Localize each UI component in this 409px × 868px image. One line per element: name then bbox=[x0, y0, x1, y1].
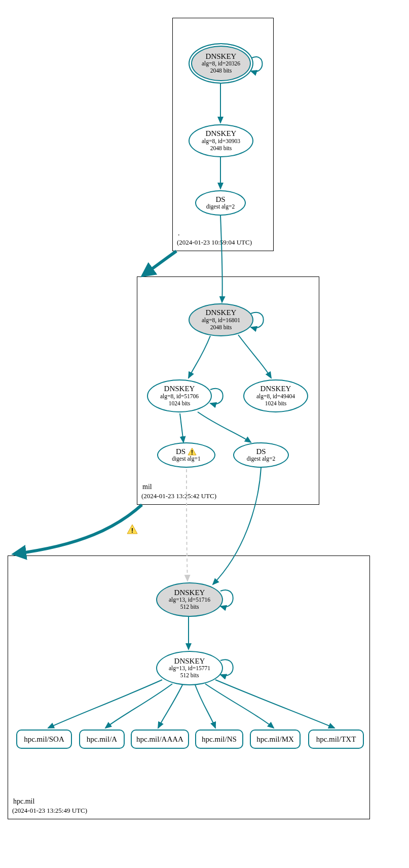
node-line1: alg=8, id=20326 bbox=[202, 60, 240, 67]
mil-zsk1-dnskey: DNSKEY alg=8, id=51706 1024 bits bbox=[147, 379, 212, 412]
root-ds: DS digest alg=2 bbox=[195, 190, 246, 216]
rr-label: hpc.mil/A bbox=[87, 735, 117, 744]
node-line1: alg=8, id=30903 bbox=[202, 138, 240, 145]
node-title: DNSKEY bbox=[206, 308, 237, 317]
node-title: DNSKEY bbox=[206, 52, 237, 61]
node-title: DNSKEY bbox=[206, 129, 237, 138]
node-title: DS bbox=[215, 195, 225, 204]
zone-root-label: . bbox=[178, 229, 180, 237]
rr-ns: hpc.mil/NS bbox=[195, 730, 243, 749]
node-line1: alg=13, id=51716 bbox=[169, 597, 210, 604]
node-title: DNSKEY bbox=[164, 385, 195, 393]
node-line2: 1024 bits bbox=[265, 400, 287, 407]
node-line2: 2048 bits bbox=[210, 67, 232, 75]
node-line2: 512 bits bbox=[180, 672, 199, 679]
node-line1: digest alg=1 bbox=[172, 456, 201, 463]
node-line1: alg=13, id=15771 bbox=[169, 665, 210, 672]
node-line1: alg=8, id=16801 bbox=[202, 317, 240, 324]
node-title: DS bbox=[256, 447, 266, 456]
node-title: DNSKEY bbox=[174, 657, 205, 666]
node-line2: 2048 bits bbox=[210, 145, 232, 152]
warning-icon: ! bbox=[127, 524, 138, 534]
rr-txt: hpc.mil/TXT bbox=[308, 730, 364, 749]
zone-hpc-label: hpc.mil bbox=[13, 797, 34, 806]
node-line1: digest alg=2 bbox=[206, 203, 235, 211]
node-line1: alg=8, id=51706 bbox=[160, 393, 199, 400]
rr-label: hpc.mil/NS bbox=[202, 735, 237, 744]
mil-ds1: DS ! digest alg=1 bbox=[157, 442, 215, 468]
zone-mil-label: mil bbox=[142, 483, 152, 491]
mil-zsk2-dnskey: DNSKEY alg=8, id=49404 1024 bits bbox=[243, 379, 308, 412]
rr-aaaa: hpc.mil/AAAA bbox=[131, 730, 189, 749]
rr-mx: hpc.mil/MX bbox=[250, 730, 301, 749]
svg-text:!: ! bbox=[191, 448, 193, 456]
zone-mil-timestamp: (2024-01-23 13:25:42 UTC) bbox=[141, 492, 216, 500]
node-title: DNSKEY bbox=[261, 385, 291, 393]
rr-label: hpc.mil/MX bbox=[256, 735, 294, 744]
node-line1: digest alg=2 bbox=[247, 456, 276, 463]
root-ksk-dnskey: DNSKEY alg=8, id=20326 2048 bits bbox=[189, 43, 253, 84]
mil-ksk-dnskey: DNSKEY alg=8, id=16801 2048 bits bbox=[189, 303, 253, 336]
rr-label: hpc.mil/AAAA bbox=[136, 735, 183, 744]
node-title: DNSKEY bbox=[174, 588, 205, 597]
svg-text:!: ! bbox=[131, 527, 133, 534]
rr-label: hpc.mil/SOA bbox=[24, 735, 64, 744]
node-title: DS bbox=[176, 447, 185, 456]
zone-root-timestamp: (2024-01-23 10:59:04 UTC) bbox=[177, 238, 252, 247]
root-zsk-dnskey: DNSKEY alg=8, id=30903 2048 bits bbox=[189, 124, 253, 157]
hpc-ksk-dnskey: DNSKEY alg=13, id=51716 512 bits bbox=[156, 582, 223, 617]
mil-ds2: DS digest alg=2 bbox=[233, 442, 289, 468]
rr-label: hpc.mil/TXT bbox=[316, 735, 356, 744]
node-line2: 512 bits bbox=[180, 604, 199, 611]
node-line2: 1024 bits bbox=[169, 400, 191, 407]
hpc-zsk-dnskey: DNSKEY alg=13, id=15771 512 bits bbox=[156, 651, 223, 685]
warning-icon: ! bbox=[188, 447, 197, 456]
node-line1: alg=8, id=49404 bbox=[256, 393, 295, 400]
zone-hpc-timestamp: (2024-01-23 13:25:49 UTC) bbox=[12, 807, 87, 815]
rr-a: hpc.mil/A bbox=[79, 730, 125, 749]
rr-soa: hpc.mil/SOA bbox=[16, 730, 72, 749]
node-line2: 2048 bits bbox=[210, 324, 232, 331]
